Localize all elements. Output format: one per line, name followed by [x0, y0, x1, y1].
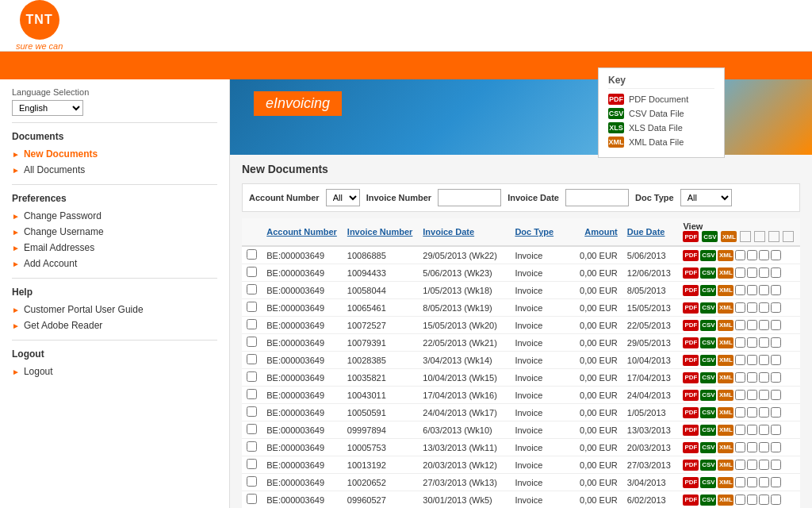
- xml-icon-8[interactable]: XML: [718, 390, 733, 401]
- view-check4-10[interactable]: [771, 425, 781, 435]
- row-checkbox-7[interactable]: [247, 371, 257, 382]
- view-check3-14[interactable]: [759, 495, 769, 505]
- row-checkbox-8[interactable]: [247, 389, 257, 399]
- row-checkbox-9[interactable]: [247, 406, 257, 417]
- pdf-icon-13[interactable]: PDF: [683, 477, 699, 488]
- pdf-icon-3[interactable]: PDF: [683, 302, 699, 314]
- view-check1-6[interactable]: [735, 355, 745, 365]
- view-check2-0[interactable]: [747, 250, 757, 260]
- view-check2-5[interactable]: [747, 337, 757, 348]
- row-checkbox-12[interactable]: [247, 459, 257, 469]
- header-check4[interactable]: [783, 231, 794, 242]
- pdf-icon-1[interactable]: PDF: [683, 267, 699, 279]
- csv-icon-2[interactable]: CSV: [700, 285, 716, 296]
- view-check2-2[interactable]: [747, 285, 757, 295]
- view-check1-1[interactable]: [735, 267, 745, 278]
- row-checkbox-14[interactable]: [247, 494, 257, 504]
- pdf-icon-2[interactable]: PDF: [683, 285, 699, 296]
- invoice-filter-input[interactable]: [438, 189, 501, 206]
- xml-icon-9[interactable]: XML: [718, 407, 733, 418]
- row-checkbox-11[interactable]: [247, 441, 257, 452]
- sidebar-item-change-password[interactable]: ► Change Password: [12, 208, 217, 224]
- csv-icon-7[interactable]: CSV: [700, 372, 716, 383]
- account-sort[interactable]: Account Number: [266, 227, 337, 237]
- row-checkbox-0[interactable]: [247, 249, 257, 260]
- view-check3-9[interactable]: [759, 407, 769, 418]
- view-check4-1[interactable]: [771, 267, 781, 278]
- row-checkbox-10[interactable]: [247, 424, 257, 434]
- view-check1-10[interactable]: [735, 425, 745, 435]
- view-check2-1[interactable]: [747, 267, 757, 278]
- amount-sort[interactable]: Amount: [584, 227, 618, 237]
- xml-icon-12[interactable]: XML: [718, 460, 733, 471]
- csv-icon-8[interactable]: CSV: [700, 390, 716, 401]
- view-check4-14[interactable]: [771, 495, 781, 505]
- header-check1[interactable]: [740, 231, 751, 242]
- view-check2-9[interactable]: [747, 407, 757, 418]
- pdf-icon-6[interactable]: PDF: [683, 355, 699, 366]
- sidebar-item-logout[interactable]: ► Logout: [12, 364, 217, 379]
- sidebar-item-customer-portal[interactable]: ► Customer Portal User Guide: [12, 302, 217, 318]
- view-check4-11[interactable]: [771, 442, 781, 452]
- pdf-icon-9[interactable]: PDF: [683, 407, 699, 418]
- view-check4-7[interactable]: [771, 372, 781, 383]
- row-checkbox-4[interactable]: [247, 319, 257, 329]
- view-check4-4[interactable]: [771, 320, 781, 330]
- xml-icon-7[interactable]: XML: [718, 372, 733, 383]
- date-filter-input[interactable]: [565, 189, 629, 206]
- language-select[interactable]: English French German Spanish: [12, 100, 83, 116]
- view-check3-3[interactable]: [759, 302, 769, 313]
- csv-icon-6[interactable]: CSV: [700, 355, 716, 366]
- view-check2-11[interactable]: [747, 442, 757, 452]
- view-check4-0[interactable]: [771, 250, 781, 260]
- view-check3-6[interactable]: [759, 355, 769, 365]
- view-check1-11[interactable]: [735, 442, 745, 452]
- header-check2[interactable]: [754, 231, 765, 242]
- view-check4-5[interactable]: [771, 337, 781, 348]
- header-xml-icon[interactable]: XML: [721, 231, 737, 242]
- view-check3-8[interactable]: [759, 390, 769, 400]
- row-checkbox-3[interactable]: [247, 302, 257, 312]
- pdf-icon-10[interactable]: PDF: [683, 425, 699, 436]
- doctype-sort[interactable]: Doc Type: [515, 227, 553, 237]
- view-check3-10[interactable]: [759, 425, 769, 435]
- sidebar-item-all-documents[interactable]: ► All Documents: [12, 162, 217, 178]
- view-check1-2[interactable]: [735, 285, 745, 295]
- view-check2-8[interactable]: [747, 390, 757, 400]
- xml-icon-5[interactable]: XML: [718, 337, 733, 348]
- view-check1-3[interactable]: [735, 302, 745, 313]
- view-check1-12[interactable]: [735, 460, 745, 470]
- view-check2-10[interactable]: [747, 425, 757, 435]
- sidebar-item-new-documents[interactable]: ► New Documents: [12, 146, 217, 162]
- view-check4-9[interactable]: [771, 407, 781, 418]
- pdf-icon-5[interactable]: PDF: [683, 337, 699, 348]
- view-check3-12[interactable]: [759, 460, 769, 470]
- view-check2-7[interactable]: [747, 372, 757, 383]
- view-check4-6[interactable]: [771, 355, 781, 365]
- invoice-sort[interactable]: Invoice Number: [347, 227, 413, 237]
- view-check1-13[interactable]: [735, 477, 745, 487]
- view-check1-14[interactable]: [735, 495, 745, 505]
- view-check1-7[interactable]: [735, 372, 745, 383]
- date-sort[interactable]: Invoice Date: [423, 227, 474, 237]
- csv-icon-3[interactable]: CSV: [700, 302, 716, 314]
- csv-icon-12[interactable]: CSV: [700, 460, 716, 471]
- header-pdf-icon[interactable]: PDF: [683, 231, 699, 242]
- row-checkbox-2[interactable]: [247, 284, 257, 294]
- view-check2-13[interactable]: [747, 477, 757, 487]
- view-check2-12[interactable]: [747, 460, 757, 470]
- row-checkbox-1[interactable]: [247, 267, 257, 277]
- xml-icon-11[interactable]: XML: [718, 442, 733, 453]
- sidebar-item-get-adobe[interactable]: ► Get Adobe Reader: [12, 318, 217, 333]
- csv-icon-9[interactable]: CSV: [700, 407, 716, 418]
- view-check4-2[interactable]: [771, 285, 781, 295]
- view-check2-6[interactable]: [747, 355, 757, 365]
- xml-icon-10[interactable]: XML: [718, 425, 733, 436]
- pdf-icon-8[interactable]: PDF: [683, 390, 699, 401]
- xml-icon-0[interactable]: XML: [718, 250, 733, 261]
- view-check1-0[interactable]: [735, 250, 745, 260]
- xml-icon-13[interactable]: XML: [718, 477, 733, 488]
- csv-icon-11[interactable]: CSV: [700, 442, 716, 453]
- view-check4-8[interactable]: [771, 390, 781, 400]
- csv-icon-0[interactable]: CSV: [700, 250, 716, 261]
